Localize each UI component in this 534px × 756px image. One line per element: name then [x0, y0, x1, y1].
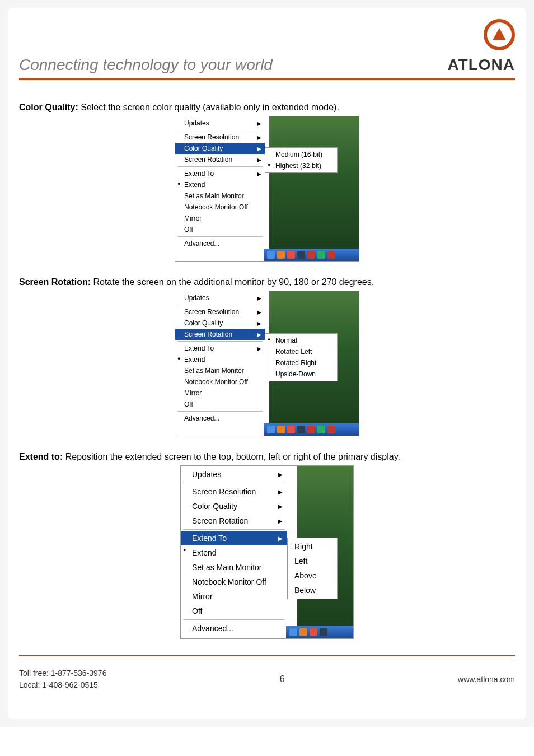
tray-icon[interactable]: [277, 426, 285, 433]
tray-icon[interactable]: [297, 251, 305, 259]
desktop-background: [269, 116, 359, 261]
menu-extend-to[interactable]: Extend To▶: [175, 343, 265, 354]
brand-logo: ATLONA: [447, 19, 515, 74]
tray-icon[interactable]: [289, 628, 297, 636]
menu-screen-rotation[interactable]: Screen Rotation▶: [181, 514, 287, 528]
footer-url: www.atlona.com: [458, 675, 515, 684]
screenshot-extend-to: Updates▶ Screen Resolution▶ Color Qualit…: [180, 465, 354, 639]
section-desc: Select the screen color quality (availab…: [81, 102, 339, 112]
section-title: Screen Rotation:: [19, 277, 91, 287]
menu-extend[interactable]: Extend: [175, 179, 265, 190]
sub-rotation-left[interactable]: Rotated Left: [265, 346, 337, 357]
page-header: Connecting technology to your world ATLO…: [19, 19, 515, 80]
tray-icon[interactable]: [320, 628, 327, 636]
menu-extend[interactable]: Extend: [175, 354, 265, 365]
menu-screen-rotation[interactable]: Screen Rotation▶: [175, 329, 265, 340]
sub-medium-16bit[interactable]: Medium (16-bit): [265, 149, 337, 160]
menu-updates[interactable]: Updates▶: [181, 467, 287, 482]
tray-icon[interactable]: [317, 426, 325, 433]
menu-color-quality[interactable]: Color Quality▶: [181, 499, 287, 514]
footer-contact: Toll free: 1-877-536-3976 Local: 1-408-9…: [19, 668, 106, 691]
menu-advanced[interactable]: Advanced...: [175, 413, 265, 424]
menu-color-quality[interactable]: Color Quality▶: [175, 318, 265, 329]
tray-icon[interactable]: [267, 251, 275, 259]
menu-mirror[interactable]: Mirror: [175, 213, 265, 224]
sub-rotation-right[interactable]: Rotated Right: [265, 357, 337, 368]
submenu-extend-to: Right Left Above Below: [287, 538, 338, 599]
section-title: Color Quality:: [19, 102, 78, 112]
tray-icon[interactable]: [299, 628, 307, 636]
tray-icon[interactable]: [307, 251, 315, 259]
system-tray: [286, 626, 353, 638]
submenu-screen-rotation: Normal Rotated Left Rotated Right Upside…: [265, 333, 338, 381]
section-extend-to: Extend to: Reposition the extended scree…: [19, 452, 515, 462]
sub-rotation-upside[interactable]: Upside-Down: [265, 368, 337, 380]
context-menu: Updates▶ Screen Resolution▶ Color Qualit…: [181, 466, 287, 637]
menu-off[interactable]: Off: [181, 604, 287, 618]
footer-toll-free: Toll free: 1-877-536-3976: [19, 668, 106, 679]
menu-advanced[interactable]: Advanced...: [181, 621, 287, 636]
tray-icon[interactable]: [277, 251, 285, 259]
footer-local: Local: 1-408-962-0515: [19, 679, 106, 691]
menu-color-quality[interactable]: Color Quality▶: [175, 143, 265, 154]
brand-name: ATLONA: [447, 56, 515, 74]
page-number: 6: [280, 674, 285, 684]
tray-icon[interactable]: [327, 426, 335, 433]
sub-highest-32bit[interactable]: Highest (32-bit): [265, 160, 337, 171]
tray-icon[interactable]: [307, 426, 315, 433]
menu-screen-resolution[interactable]: Screen Resolution▶: [181, 484, 287, 499]
menu-off[interactable]: Off: [175, 399, 265, 410]
menu-advanced[interactable]: Advanced...: [175, 238, 265, 249]
page-footer: Toll free: 1-877-536-3976 Local: 1-408-9…: [19, 655, 515, 713]
sub-extend-below[interactable]: Below: [288, 583, 337, 598]
tray-icon[interactable]: [310, 628, 317, 636]
document-page: Connecting technology to your world ATLO…: [8, 8, 526, 719]
tray-icon[interactable]: [287, 426, 295, 433]
menu-updates[interactable]: Updates▶: [175, 292, 265, 304]
section-screen-rotation: Screen Rotation: Rotate the screen on th…: [19, 277, 515, 287]
menu-extend-to[interactable]: Extend To▶: [181, 531, 287, 545]
sub-extend-left[interactable]: Left: [288, 554, 337, 568]
screenshot-screen-rotation: Updates▶ Screen Resolution▶ Color Qualit…: [175, 291, 359, 436]
system-tray: [264, 249, 359, 261]
context-menu: Updates▶ Screen Resolution▶ Color Qualit…: [175, 116, 265, 250]
context-menu: Updates▶ Screen Resolution▶ Color Qualit…: [175, 291, 265, 425]
section-desc: Rotate the screen on the additional moni…: [93, 277, 374, 287]
menu-mirror[interactable]: Mirror: [181, 589, 287, 604]
tray-icon[interactable]: [287, 251, 295, 259]
menu-set-main[interactable]: Set as Main Monitor: [175, 365, 265, 376]
screenshot-color-quality: Updates▶ Screen Resolution▶ Color Qualit…: [175, 116, 359, 262]
menu-notebook-off[interactable]: Notebook Monitor Off: [175, 376, 265, 388]
tray-icon[interactable]: [327, 251, 335, 259]
tray-icon[interactable]: [317, 251, 325, 259]
menu-mirror[interactable]: Mirror: [175, 388, 265, 399]
menu-off[interactable]: Off: [175, 224, 265, 235]
menu-screen-resolution[interactable]: Screen Resolution▶: [175, 132, 265, 143]
menu-notebook-off[interactable]: Notebook Monitor Off: [175, 202, 265, 213]
system-tray: [264, 423, 359, 436]
sub-rotation-normal[interactable]: Normal: [265, 335, 337, 346]
menu-set-main[interactable]: Set as Main Monitor: [175, 190, 265, 202]
menu-extend-to[interactable]: Extend To▶: [175, 168, 265, 179]
tagline: Connecting technology to your world: [19, 39, 273, 74]
menu-screen-rotation[interactable]: Screen Rotation▶: [175, 154, 265, 165]
logo-icon: [484, 19, 515, 50]
sub-extend-above[interactable]: Above: [288, 568, 337, 583]
section-title: Extend to:: [19, 452, 63, 461]
menu-notebook-off[interactable]: Notebook Monitor Off: [181, 575, 287, 589]
menu-extend[interactable]: Extend: [181, 545, 287, 560]
menu-screen-resolution[interactable]: Screen Resolution▶: [175, 306, 265, 318]
section-color-quality: Color Quality: Select the screen color q…: [19, 102, 515, 113]
section-desc: Reposition the extended screen to the to…: [65, 452, 400, 461]
menu-set-main[interactable]: Set as Main Monitor: [181, 560, 287, 575]
menu-updates[interactable]: Updates▶: [175, 118, 265, 129]
sub-extend-right[interactable]: Right: [288, 539, 337, 554]
tray-icon[interactable]: [297, 426, 305, 433]
tray-icon[interactable]: [267, 426, 275, 433]
submenu-color-quality: Medium (16-bit) Highest (32-bit): [265, 147, 338, 173]
